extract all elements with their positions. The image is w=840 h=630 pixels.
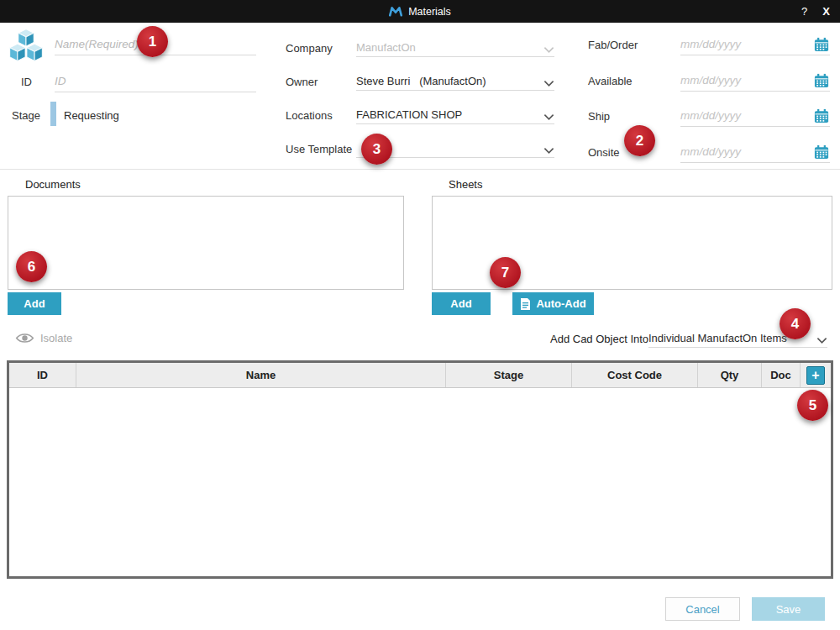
eye-icon: [15, 332, 34, 344]
calendar-icon: [814, 144, 829, 160]
materials-dialog: Materials ? X ID Stage: [0, 0, 840, 630]
materials-cubes-icon: [7, 27, 45, 69]
calendar-icon: [814, 108, 829, 123]
isolate-toggle[interactable]: Isolate: [15, 329, 72, 346]
company-select[interactable]: ManufactOn: [356, 37, 554, 57]
sheets-add-label: Add: [450, 297, 471, 310]
owner-value: Steve Burri (ManufactOn): [356, 75, 540, 87]
column-header-doc: Doc: [762, 363, 801, 387]
sheets-auto-add-label: Auto-Add: [536, 297, 585, 310]
window-title: Materials: [408, 6, 451, 18]
document-plus-icon: [520, 297, 531, 311]
items-table: ID Name Stage Cost Code Qty Doc +: [7, 360, 833, 579]
section-divider: [0, 169, 840, 170]
available-date-label: Available: [588, 75, 633, 87]
chevron-down-icon: [543, 113, 554, 121]
owner-select[interactable]: Steve Burri (ManufactOn): [356, 71, 554, 91]
callout-badge-5: 5: [797, 390, 828, 421]
app-logo-icon: [389, 6, 402, 17]
titlebar: Materials ? X: [0, 0, 840, 23]
cancel-label: Cancel: [685, 603, 719, 616]
table-header-actions: +: [801, 363, 831, 387]
calendar-icon: [814, 73, 829, 88]
sheets-label: Sheets: [449, 178, 482, 191]
sheets-auto-add-button[interactable]: Auto-Add: [512, 292, 594, 315]
stage-value: Requesting: [64, 109, 119, 122]
help-button[interactable]: ?: [801, 0, 807, 23]
ship-date-input[interactable]: [680, 109, 813, 122]
column-header-name: Name: [76, 363, 446, 387]
column-header-qty: Qty: [698, 363, 762, 387]
documents-list[interactable]: [8, 196, 404, 290]
save-button[interactable]: Save: [752, 597, 825, 621]
callout-badge-6: 6: [16, 251, 47, 282]
cancel-button[interactable]: Cancel: [665, 597, 740, 621]
fab-order-date-field: [680, 34, 830, 55]
ship-date-field: [680, 105, 830, 127]
onsite-date-field: [680, 141, 830, 163]
onsite-date-input[interactable]: [680, 145, 813, 158]
ship-calendar-button[interactable]: [813, 108, 830, 124]
fab-order-date-label: Fab/Order: [588, 39, 638, 51]
owner-label: Owner: [286, 76, 318, 88]
sheets-add-button[interactable]: Add: [432, 292, 491, 315]
add-row-button[interactable]: +: [806, 366, 825, 385]
locations-value: FABRICATION SHOP: [356, 108, 540, 121]
chevron-down-icon: [543, 46, 554, 54]
locations-select[interactable]: FABRICATION SHOP: [356, 104, 554, 124]
callout-badge-4: 4: [780, 308, 811, 339]
callout-badge-1: 1: [137, 26, 168, 57]
documents-add-label: Add: [24, 297, 45, 310]
save-label: Save: [776, 603, 801, 616]
use-template-label: Use Template: [286, 143, 352, 155]
onsite-date-label: Onsite: [588, 146, 620, 159]
close-button[interactable]: X: [822, 0, 830, 23]
callout-badge-3: 3: [361, 134, 392, 165]
stage-label: Stage: [12, 109, 40, 122]
documents-add-button[interactable]: Add: [8, 292, 61, 315]
isolate-label: Isolate: [40, 332, 72, 344]
fab-order-date-input[interactable]: [680, 38, 813, 50]
cad-object-label: Add Cad Object Into: [550, 333, 648, 345]
chevron-down-icon: [543, 147, 554, 155]
available-date-field: [680, 70, 830, 92]
company-label: Company: [286, 42, 333, 55]
id-label: ID: [21, 76, 32, 88]
fab-order-calendar-button[interactable]: [813, 36, 830, 53]
table-header: ID Name Stage Cost Code Qty Doc +: [9, 363, 831, 388]
table-body[interactable]: [9, 388, 831, 576]
available-calendar-button[interactable]: [813, 72, 830, 89]
onsite-calendar-button[interactable]: [813, 144, 830, 160]
company-value: ManufactOn: [356, 41, 540, 54]
plus-icon: +: [811, 369, 819, 382]
callout-badge-2: 2: [624, 125, 655, 156]
column-header-stage: Stage: [446, 363, 572, 387]
available-date-input[interactable]: [680, 74, 813, 87]
ship-date-label: Ship: [588, 110, 610, 123]
locations-label: Locations: [286, 109, 333, 122]
id-input[interactable]: [55, 71, 256, 92]
column-header-cost-code: Cost Code: [572, 363, 698, 387]
column-header-id: ID: [9, 363, 76, 387]
stage-indicator: [50, 102, 56, 126]
chevron-down-icon: [543, 80, 554, 87]
callout-badge-7: 7: [490, 257, 521, 288]
documents-label: Documents: [25, 178, 81, 191]
id-field: [55, 71, 256, 92]
chevron-down-icon: [816, 337, 827, 344]
calendar-icon: [814, 37, 829, 52]
